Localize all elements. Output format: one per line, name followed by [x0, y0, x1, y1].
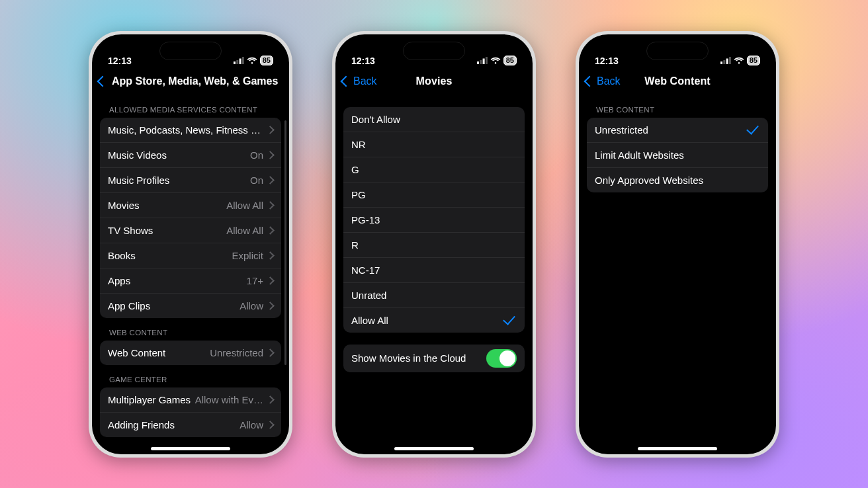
cellular-icon: [720, 56, 731, 66]
wifi-icon: [734, 56, 744, 66]
settings-row[interactable]: Music, Podcasts, News, Fitness …: [100, 118, 281, 142]
scrollbar[interactable]: [284, 120, 286, 365]
row-label: Adding Friends: [108, 419, 239, 430]
row-value: Unrestricted: [210, 347, 263, 358]
dynamic-island: [403, 42, 465, 60]
chevron-right-icon: [266, 421, 275, 429]
cellular-icon: [234, 56, 244, 66]
rating-option[interactable]: G: [343, 157, 525, 182]
chevron-right-icon: [266, 226, 275, 235]
status-time: 12:13: [351, 56, 375, 66]
nav-bar: App Store, Media, Web, & Games: [92, 67, 289, 95]
toggle-switch[interactable]: [486, 349, 517, 368]
chevron-right-icon: [266, 201, 275, 210]
row-label: Music, Podcasts, News, Fitness …: [108, 124, 267, 136]
svg-rect-10: [726, 58, 728, 64]
svg-rect-4: [477, 61, 479, 64]
nav-bar: Back Movies: [335, 67, 533, 95]
option-label: PG-13: [351, 214, 517, 225]
rating-option[interactable]: Unrated: [343, 282, 525, 307]
chevron-right-icon: [266, 276, 275, 285]
option-label: PG: [351, 189, 517, 200]
row-value: On: [250, 175, 263, 186]
dynamic-island: [159, 42, 222, 60]
settings-row[interactable]: Multiplayer GamesAllow with Ev…: [100, 387, 281, 412]
battery-indicator: 85: [260, 56, 273, 65]
row-label: Music Videos: [108, 149, 250, 161]
settings-row[interactable]: App ClipsAllow: [100, 293, 281, 318]
wifi-icon: [247, 56, 257, 66]
row-label: Show Movies in the Cloud: [351, 352, 486, 364]
settings-row[interactable]: BooksExplicit: [100, 243, 281, 268]
cellular-icon: [477, 56, 488, 66]
row-web-content[interactable]: Web Content Unrestricted: [100, 341, 281, 365]
rating-option[interactable]: Don't Allow: [343, 107, 525, 132]
home-indicator[interactable]: [151, 447, 230, 450]
option-label: Unrestricted: [595, 124, 747, 136]
web-option[interactable]: Limit Adult Websites: [587, 142, 768, 167]
chevron-right-icon: [266, 395, 275, 404]
option-label: Unrated: [351, 290, 517, 301]
section-header-media: ALLOWED MEDIA SERVICES CONTENT: [100, 95, 281, 118]
group-web-options: UnrestrictedLimit Adult WebsitesOnly App…: [587, 118, 768, 192]
svg-rect-7: [486, 57, 488, 64]
home-indicator[interactable]: [638, 447, 717, 450]
settings-row[interactable]: Music VideosOn: [100, 142, 281, 167]
row-value: Allow All: [226, 200, 263, 211]
row-value: Allow: [239, 300, 263, 311]
option-label: Allow All: [351, 315, 503, 326]
rating-option[interactable]: R: [343, 232, 525, 257]
back-button[interactable]: Back: [586, 75, 621, 87]
dynamic-island: [646, 42, 709, 60]
rating-option[interactable]: PG-13: [343, 207, 525, 232]
svg-rect-1: [236, 60, 238, 64]
web-option[interactable]: Only Approved Websites: [587, 167, 768, 192]
checkmark-icon: [503, 312, 515, 325]
settings-row[interactable]: Adding FriendsAllow: [100, 412, 281, 437]
rating-option[interactable]: PG: [343, 182, 525, 207]
chevron-right-icon: [266, 151, 275, 159]
chevron-left-icon: [97, 75, 108, 87]
row-value: Explicit: [232, 250, 263, 261]
group-game-center: Multiplayer GamesAllow with Ev…Adding Fr…: [100, 387, 281, 437]
svg-rect-2: [239, 58, 241, 64]
status-time: 12:13: [108, 56, 132, 66]
row-show-movies-cloud[interactable]: Show Movies in the Cloud: [343, 345, 525, 372]
wifi-icon: [490, 56, 501, 66]
row-label: TV Shows: [108, 225, 226, 236]
svg-rect-0: [234, 61, 236, 64]
nav-bar: Back Web Content: [579, 67, 776, 95]
back-button[interactable]: [99, 77, 108, 85]
row-label: App Clips: [108, 300, 239, 311]
row-value: Allow with Ev…: [195, 394, 263, 405]
phone-content-restrictions: 12:13 85 App Store, Media, Web, & Games: [89, 31, 292, 458]
rating-option[interactable]: NR: [343, 132, 525, 157]
web-option[interactable]: Unrestricted: [587, 118, 768, 142]
back-label: Back: [353, 75, 377, 87]
svg-rect-5: [480, 60, 482, 64]
row-value: Allow All: [226, 225, 263, 236]
row-label: Books: [108, 250, 232, 261]
rating-option[interactable]: Allow All: [343, 307, 525, 333]
option-label: Don't Allow: [351, 114, 517, 125]
row-label: Movies: [108, 200, 226, 211]
chevron-right-icon: [266, 126, 275, 134]
chevron-right-icon: [266, 176, 275, 184]
settings-row[interactable]: TV ShowsAllow All: [100, 218, 281, 243]
svg-rect-3: [242, 57, 244, 64]
settings-row[interactable]: Apps17+: [100, 268, 281, 293]
group-web-content: Web Content Unrestricted: [100, 341, 281, 365]
group-media-services: Music, Podcasts, News, Fitness …Music Vi…: [100, 118, 281, 318]
row-label: Music Profiles: [108, 175, 250, 186]
home-indicator[interactable]: [394, 447, 474, 450]
svg-rect-8: [720, 61, 722, 64]
battery-indicator: 85: [503, 56, 517, 65]
section-header-web: WEB CONTENT: [587, 95, 768, 118]
row-label: Multiplayer Games: [108, 394, 195, 405]
settings-row[interactable]: Music ProfilesOn: [100, 167, 281, 192]
rating-option[interactable]: NC-17: [343, 257, 525, 282]
battery-indicator: 85: [747, 56, 760, 65]
back-button[interactable]: Back: [342, 75, 377, 87]
settings-row[interactable]: MoviesAllow All: [100, 192, 281, 218]
group-cloud-toggle: Show Movies in the Cloud: [343, 345, 525, 372]
